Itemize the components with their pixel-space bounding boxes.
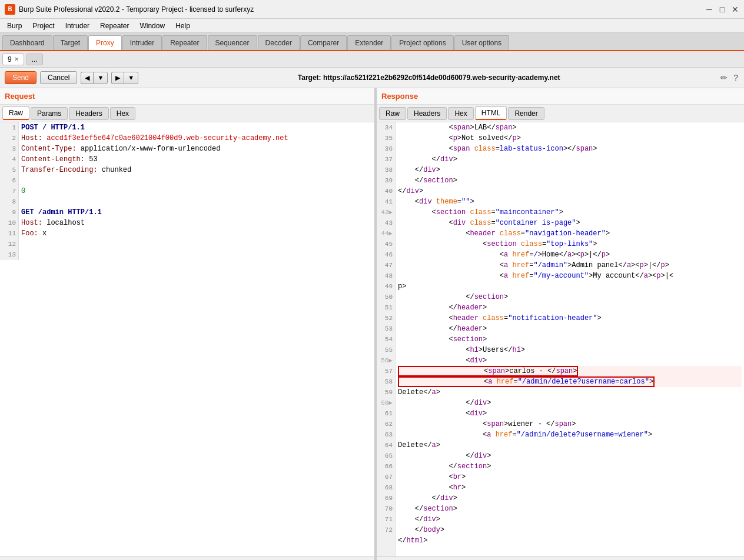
response-code-content: 34 35 36 37 38 39 40 41 42▶ 43 44▶ 45 46… xyxy=(377,122,744,556)
panel-tab-more-label: ... xyxy=(32,55,38,64)
resp-line-69: </div> xyxy=(398,514,742,525)
ln-6: 6 xyxy=(0,175,18,186)
send-button[interactable]: Send xyxy=(5,71,36,84)
req-line-6 xyxy=(21,175,372,186)
response-pane: Response Raw Headers Hex HTML Render 34 … xyxy=(377,88,744,560)
ln-8: 8 xyxy=(0,196,18,207)
resp-line-55: <h1>Users</h1> xyxy=(398,345,742,355)
menu-project[interactable]: Project xyxy=(28,21,59,31)
resp-line-64: </section> xyxy=(398,461,742,472)
resp-line-50: </section> xyxy=(398,292,742,302)
request-code-lines[interactable]: POST / HTTP/1.1 Host: accd1f3e1ef5e647c0… xyxy=(19,122,374,260)
title-group: B Burp Suite Professional v2020.2 - Temp… xyxy=(5,4,254,15)
req-line-3: Content-Type: application/x-www-form-url… xyxy=(21,144,372,154)
tab-project-options[interactable]: Project options xyxy=(391,35,453,50)
resp-line-59b: </div> xyxy=(398,398,742,408)
forward-button[interactable]: ▶ xyxy=(111,72,124,84)
resp-line-66: <hr> xyxy=(398,482,742,493)
menu-help[interactable]: Help xyxy=(171,21,195,31)
tab-user-options[interactable]: User options xyxy=(454,35,509,50)
response-tab-headers[interactable]: Headers xyxy=(407,107,447,120)
resp-line-56: <div> xyxy=(398,355,742,366)
edit-target-button[interactable]: ✏ xyxy=(719,72,729,84)
ln-2: 2 xyxy=(0,133,18,144)
maximize-button[interactable]: □ xyxy=(718,5,726,14)
resp-line-60: <div> xyxy=(398,408,742,419)
minimize-button[interactable]: ─ xyxy=(705,5,713,14)
resp-line-70: </body> xyxy=(398,525,742,535)
menu-intruder[interactable]: Intruder xyxy=(61,21,94,31)
request-tab-params[interactable]: Params xyxy=(31,107,68,120)
resp-line-57: <span>carlos - </span> xyxy=(398,366,742,376)
menu-window[interactable]: Window xyxy=(135,21,170,31)
resp-line-63a: Delete</a> xyxy=(398,440,742,451)
response-code-area[interactable]: 34 35 36 37 38 39 40 41 42▶ 43 44▶ 45 46… xyxy=(377,122,744,556)
ln-13: 13 xyxy=(0,249,18,260)
request-tab-raw[interactable]: Raw xyxy=(2,106,29,120)
tab-intruder[interactable]: Intruder xyxy=(122,35,162,50)
request-code-content: 1 2 3 4 5 6 7 8 9 10 11 12 13 POST / HTT… xyxy=(0,122,374,260)
main-tabbar: Dashboard Target Proxy Intruder Repeater… xyxy=(0,33,744,51)
ln-10: 10 xyxy=(0,218,18,228)
help-target-button[interactable]: ? xyxy=(732,72,739,84)
resp-line-44: <header class="navigation-header"> xyxy=(398,228,742,239)
tab-extender[interactable]: Extender xyxy=(347,35,391,50)
tab-target[interactable]: Target xyxy=(53,35,88,50)
panel-tab-9[interactable]: 9 ✕ xyxy=(2,54,24,65)
ln-12: 12 xyxy=(0,239,18,249)
app-title: Burp Suite Professional v2020.2 - Tempor… xyxy=(19,5,254,14)
req-line-5: Transfer-Encoding: chunked xyxy=(21,165,372,175)
back-button[interactable]: ◀ xyxy=(81,72,93,84)
req-line-10: Host: localhost xyxy=(21,218,372,228)
ln-11: 11 xyxy=(0,228,18,239)
request-code-area[interactable]: 1 2 3 4 5 6 7 8 9 10 11 12 13 POST / HTT… xyxy=(0,122,374,556)
resp-line-62: <a href="/admin/delete?username=wiener"> xyxy=(398,429,742,440)
req-line-9: GET /admin HTTP/1.1 xyxy=(21,207,372,218)
request-tabs: Raw Params Headers Hex xyxy=(0,105,374,122)
response-tab-hex[interactable]: Hex xyxy=(448,107,473,120)
response-tab-html[interactable]: HTML xyxy=(475,106,507,120)
close-button[interactable]: ✕ xyxy=(731,5,739,14)
response-tab-raw[interactable]: Raw xyxy=(379,107,406,120)
menu-burp[interactable]: Burp xyxy=(2,21,26,31)
panel-tab-9-close[interactable]: ✕ xyxy=(14,56,19,62)
resp-line-58: <a href="/admin/delete?username=carlos"> xyxy=(398,376,742,387)
forward-nav-group: ▶ ▼ xyxy=(111,72,138,84)
response-code-lines[interactable]: <span>LAB</span> <p>Not solved</p> <span… xyxy=(396,122,744,556)
resp-line-53: </header> xyxy=(398,324,742,334)
toolbar: Send Cancel ◀ ▼ ▶ ▼ Target: https://ac52… xyxy=(0,68,744,88)
request-tab-hex[interactable]: Hex xyxy=(110,107,135,120)
resp-line-68: </section> xyxy=(398,504,742,514)
tab-dashboard[interactable]: Dashboard xyxy=(2,35,52,50)
tab-comparer[interactable]: Comparer xyxy=(300,35,347,50)
panel-tab-9-label: 9 xyxy=(8,55,12,64)
resp-line-65: <br> xyxy=(398,472,742,482)
forward-dropdown-button[interactable]: ▼ xyxy=(124,72,138,84)
request-tab-headers[interactable]: Headers xyxy=(69,107,108,120)
tab-decoder[interactable]: Decoder xyxy=(258,35,300,50)
cancel-button[interactable]: Cancel xyxy=(40,71,77,84)
response-tab-render[interactable]: Render xyxy=(508,107,544,120)
resp-line-61: <span>wiener - </span> xyxy=(398,419,742,429)
resp-line-40: </div> xyxy=(398,186,742,196)
response-search-bar: ? ◀ + ▶ 0 matches xyxy=(377,556,744,560)
tab-sequencer[interactable]: Sequencer xyxy=(208,35,257,50)
resp-line-51: </header> xyxy=(398,302,742,313)
req-line-8 xyxy=(21,196,372,207)
response-line-numbers: 34 35 36 37 38 39 40 41 42▶ 43 44▶ 45 46… xyxy=(377,122,396,556)
tab-proxy[interactable]: Proxy xyxy=(88,35,122,50)
req-line-1: POST / HTTP/1.1 xyxy=(21,122,372,133)
resp-line-49: p> xyxy=(398,281,742,292)
app-logo: B xyxy=(5,4,15,15)
back-dropdown-button[interactable]: ▼ xyxy=(93,72,108,84)
resp-line-36: <span class=lab-status-icon></span> xyxy=(398,144,742,154)
panel-tabs-row: 9 ✕ ... xyxy=(0,51,744,68)
split-pane: Request Raw Params Headers Hex 1 2 3 4 5… xyxy=(0,88,744,560)
panel-tab-more[interactable]: ... xyxy=(26,54,43,65)
tab-repeater[interactable]: Repeater xyxy=(162,35,207,50)
resp-line-45: <section class="top-links"> xyxy=(398,239,742,249)
request-line-numbers: 1 2 3 4 5 6 7 8 9 10 11 12 13 xyxy=(0,122,19,260)
resp-line-67: </div> xyxy=(398,493,742,504)
menu-repeater[interactable]: Repeater xyxy=(95,21,134,31)
back-nav-group: ◀ ▼ xyxy=(81,72,108,84)
